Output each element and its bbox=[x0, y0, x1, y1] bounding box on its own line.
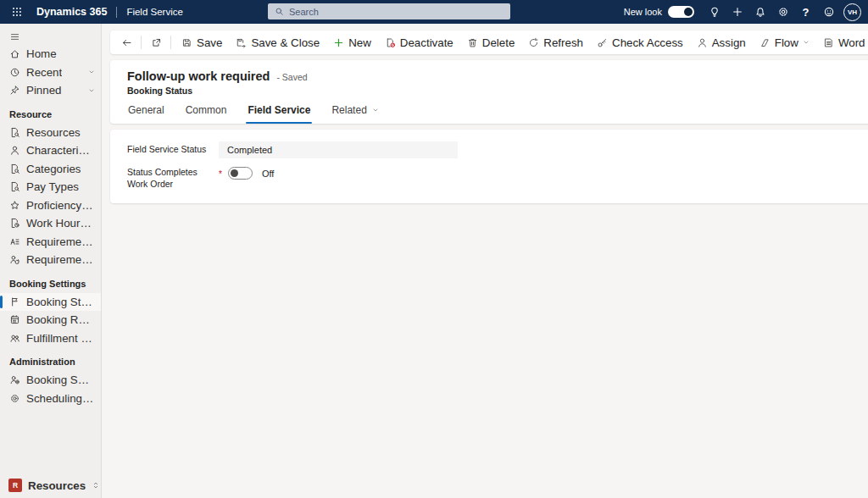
deactivate-button[interactable]: Deactivate bbox=[378, 33, 460, 52]
popout-icon bbox=[151, 37, 162, 48]
sidebar-item-label: Pinned bbox=[26, 84, 62, 97]
resources-icon bbox=[9, 127, 20, 138]
sidebar-item-proficiency-models[interactable]: Proficiency Models bbox=[0, 196, 101, 215]
toggle-state-label: Off bbox=[262, 169, 274, 179]
sidebar-item-categories[interactable]: Categories bbox=[0, 160, 101, 179]
sidebar-item-label: Home bbox=[26, 47, 57, 60]
button-label: New bbox=[348, 36, 371, 49]
area-switcher[interactable]: R Resources bbox=[0, 473, 101, 498]
tab-related[interactable]: Related bbox=[331, 104, 379, 124]
command-separator bbox=[141, 36, 142, 49]
assign-button[interactable]: Assign bbox=[690, 33, 753, 52]
lightbulb-icon bbox=[709, 6, 721, 18]
collapse-sitemap-button[interactable] bbox=[0, 24, 101, 45]
button-label: Word Templates bbox=[838, 36, 868, 49]
sidebar-item-label: Scheduling Parameters bbox=[26, 392, 95, 405]
refresh-button[interactable]: Refresh bbox=[521, 33, 590, 52]
sidebar-item-requirement-group[interactable]: Requirement Group ... bbox=[0, 233, 101, 252]
sidebar-section-header-resource: Resource bbox=[0, 100, 101, 124]
button-label: Check Access bbox=[612, 36, 683, 49]
sidebar-item-label: Booking Setup Meta... bbox=[26, 374, 95, 386]
command-separator bbox=[170, 36, 171, 49]
open-in-new-window-button[interactable] bbox=[145, 33, 167, 52]
flow-button[interactable]: Flow bbox=[753, 33, 816, 52]
sidebar-section-header-booking-settings: Booking Settings bbox=[0, 269, 101, 293]
sidebar-item-label: Booking Rules bbox=[26, 313, 95, 326]
entity-type-label: Booking Status bbox=[127, 86, 868, 96]
sidebar-item-label: Characteristics bbox=[26, 144, 95, 157]
new-look-label: New look bbox=[624, 7, 662, 17]
tab-label: General bbox=[128, 104, 164, 116]
back-button[interactable] bbox=[115, 33, 137, 52]
sidebar-item-characteristics[interactable]: Characteristics bbox=[0, 141, 101, 160]
button-label: Refresh bbox=[543, 36, 583, 49]
flow-icon bbox=[760, 37, 771, 48]
required-marker: * bbox=[219, 169, 222, 179]
save-status: - Saved bbox=[276, 72, 307, 82]
search-icon bbox=[275, 7, 284, 16]
app-shell: Home Recent Pinned Resource Resources Ch… bbox=[0, 24, 868, 498]
whats-new-button[interactable] bbox=[703, 0, 726, 24]
area-badge: R bbox=[8, 479, 22, 492]
field-label: Field Service Status bbox=[127, 144, 219, 156]
person-gear-icon bbox=[9, 374, 20, 385]
sidebar-item-label: Categories bbox=[26, 163, 81, 175]
sidebar-item-label: Fulfillment Preferences bbox=[26, 332, 95, 345]
sidebar-item-pinned[interactable]: Pinned bbox=[0, 81, 101, 100]
feedback-smiley-icon bbox=[823, 6, 835, 18]
button-label: Assign bbox=[712, 36, 746, 49]
settings-button[interactable] bbox=[771, 0, 794, 24]
save-and-close-button[interactable]: Save & Close bbox=[229, 33, 326, 52]
feedback-button[interactable] bbox=[817, 0, 840, 24]
topbar-divider bbox=[116, 7, 117, 18]
sidebar-item-scheduling-parameters[interactable]: Scheduling Parameters bbox=[0, 390, 101, 408]
chevrons-up-down-icon bbox=[92, 481, 100, 490]
check-access-key-icon bbox=[597, 37, 608, 48]
sidebar-item-resources[interactable]: Resources bbox=[0, 124, 101, 142]
people-icon bbox=[9, 333, 20, 344]
field-service-status-input[interactable] bbox=[219, 141, 458, 158]
new-button[interactable]: New bbox=[326, 33, 378, 52]
global-search-box[interactable] bbox=[268, 3, 510, 19]
status-completes-work-order-toggle[interactable] bbox=[228, 167, 253, 180]
user-avatar[interactable]: VH bbox=[843, 3, 861, 21]
check-access-button[interactable]: Check Access bbox=[590, 33, 690, 52]
help-button[interactable]: ? bbox=[794, 0, 817, 24]
button-label: Save & Close bbox=[251, 36, 320, 49]
tab-field-service[interactable]: Field Service bbox=[247, 104, 311, 124]
pay-types-icon bbox=[9, 181, 20, 192]
sidebar-item-booking-rules[interactable]: Booking Rules bbox=[0, 311, 101, 329]
sidebar-item-label: Booking Statuses bbox=[26, 296, 95, 308]
save-button[interactable]: Save bbox=[175, 33, 229, 52]
sidebar-item-booking-statuses[interactable]: Booking Statuses bbox=[0, 293, 101, 312]
delete-button[interactable]: Delete bbox=[460, 33, 522, 52]
quick-create-button[interactable] bbox=[726, 0, 748, 24]
app-area-title[interactable]: Field Service bbox=[126, 7, 182, 17]
tab-common[interactable]: Common bbox=[185, 104, 228, 124]
sidebar-item-work-hours-templates[interactable]: Work Hours Templates bbox=[0, 214, 101, 233]
characteristics-icon bbox=[9, 145, 20, 156]
sidebar-item-fulfillment-preferences[interactable]: Fulfillment Preferences bbox=[0, 329, 101, 348]
home-icon bbox=[9, 48, 20, 59]
sidebar-item-pay-types[interactable]: Pay Types bbox=[0, 178, 101, 196]
avatar-initials: VH bbox=[848, 8, 857, 16]
tab-label: Common bbox=[186, 104, 227, 116]
word-templates-button[interactable]: Word Templates bbox=[816, 33, 868, 52]
save-close-icon bbox=[236, 37, 247, 48]
notifications-button[interactable] bbox=[748, 0, 771, 24]
app-launcher-button[interactable] bbox=[5, 0, 29, 24]
new-look-toggle[interactable] bbox=[668, 6, 694, 18]
tab-general[interactable]: General bbox=[127, 104, 165, 124]
chevron-down-icon bbox=[803, 39, 810, 46]
new-look-toggle-knob bbox=[684, 8, 693, 16]
star-icon bbox=[9, 200, 20, 211]
tab-label: Field Service bbox=[248, 104, 310, 116]
search-input[interactable] bbox=[289, 7, 504, 17]
sidebar-item-home[interactable]: Home bbox=[0, 45, 101, 64]
refresh-icon bbox=[528, 37, 539, 48]
sidebar-item-booking-setup-metadata[interactable]: Booking Setup Meta... bbox=[0, 371, 101, 390]
sidebar-item-requirement-statuses[interactable]: Requirement Statuses bbox=[0, 251, 101, 269]
sidebar-item-recent[interactable]: Recent bbox=[0, 64, 101, 82]
top-navigation-bar: Dynamics 365 Field Service New look ? V bbox=[0, 0, 868, 24]
pin-icon bbox=[9, 85, 20, 96]
